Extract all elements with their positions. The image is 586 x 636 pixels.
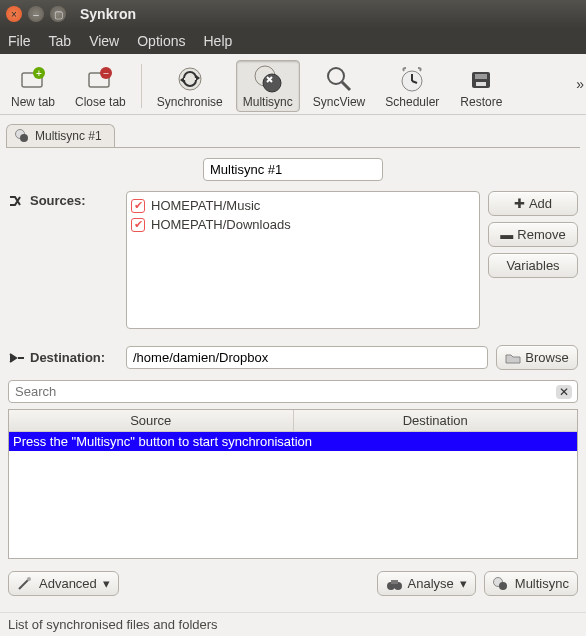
toolbar-separator [141, 64, 142, 108]
toolbar: + New tab – Close tab Synchronise Multis… [0, 54, 586, 115]
svg-point-27 [499, 582, 507, 590]
toolbar-label: SyncView [313, 95, 365, 109]
chevron-down-icon: ▾ [460, 576, 467, 591]
source-item[interactable]: ✔ HOMEPATH/Music [131, 196, 475, 215]
toolbar-label: Multisync [243, 95, 293, 109]
sources-label: Sources: [8, 191, 118, 208]
menu-tab[interactable]: Tab [49, 33, 72, 49]
folder-icon [505, 352, 521, 364]
remove-button[interactable]: ▬ Remove [488, 222, 578, 247]
browse-label: Browse [525, 350, 568, 365]
tab-label: Multisync #1 [35, 129, 102, 143]
toolbar-label: Synchronise [157, 95, 223, 109]
results-table[interactable]: Source Destination Press the "Multisync"… [8, 409, 578, 559]
destination-label-text: Destination: [30, 350, 105, 365]
status-bar: List of synchronised files and folders [0, 612, 586, 636]
table-hint: Press the "Multisync" button to start sy… [13, 434, 312, 449]
close-tab-icon: – [84, 63, 116, 95]
restore-icon [465, 63, 497, 95]
advanced-label: Advanced [39, 576, 97, 591]
table-row[interactable]: Press the "Multisync" button to start sy… [9, 432, 577, 451]
destination-input[interactable] [126, 346, 488, 369]
menubar: File Tab View Options Help [0, 28, 586, 54]
toolbar-label: Close tab [75, 95, 126, 109]
source-path: HOMEPATH/Downloads [151, 217, 291, 232]
svg-text:–: – [104, 68, 109, 78]
tab-multisync-1[interactable]: Multisync #1 [6, 124, 115, 147]
menu-file[interactable]: File [8, 33, 31, 49]
destination-label: Destination: [8, 350, 118, 365]
svg-point-20 [20, 134, 28, 142]
table-header: Source Destination [9, 410, 577, 432]
svg-text:+: + [36, 68, 42, 79]
titlebar: × – ▢ Synkron [0, 0, 586, 28]
column-source[interactable]: Source [9, 410, 294, 431]
analyse-label: Analyse [408, 576, 454, 591]
multisync-tab-icon [15, 129, 29, 143]
syncview-icon [323, 63, 355, 95]
search-input[interactable] [8, 380, 578, 403]
analyse-button[interactable]: Analyse ▾ [377, 571, 476, 596]
scheduler-icon [396, 63, 428, 95]
toolbar-label: New tab [11, 95, 55, 109]
toolbar-scheduler[interactable]: Scheduler [378, 60, 446, 112]
variables-button[interactable]: Variables [488, 253, 578, 278]
menu-view[interactable]: View [89, 33, 119, 49]
sources-list[interactable]: ✔ HOMEPATH/Music ✔ HOMEPATH/Downloads [126, 191, 480, 329]
svg-point-10 [263, 74, 281, 92]
browse-button[interactable]: Browse [496, 345, 578, 370]
svg-point-11 [328, 68, 344, 84]
remove-label: Remove [517, 227, 565, 242]
chevron-down-icon: ▾ [103, 576, 110, 591]
variables-label: Variables [506, 258, 559, 273]
svg-rect-17 [476, 82, 486, 86]
svg-line-12 [342, 82, 350, 90]
toolbar-synchronise[interactable]: Synchronise [150, 60, 230, 112]
sources-label-text: Sources: [30, 193, 86, 208]
advanced-button[interactable]: Advanced ▾ [8, 571, 119, 596]
menu-help[interactable]: Help [203, 33, 232, 49]
minus-icon: ▬ [500, 227, 513, 242]
source-item[interactable]: ✔ HOMEPATH/Downloads [131, 215, 475, 234]
sources-icon [8, 194, 26, 208]
add-label: Add [529, 196, 552, 211]
wand-icon [17, 577, 33, 591]
toolbar-label: Restore [460, 95, 502, 109]
toolbar-multisync[interactable]: Multisync [236, 60, 300, 112]
toolbar-close-tab[interactable]: – Close tab [68, 60, 133, 112]
checkbox-icon[interactable]: ✔ [131, 218, 145, 232]
toolbar-syncview[interactable]: SyncView [306, 60, 372, 112]
multisync-label: Multisync [515, 576, 569, 591]
plus-icon: ✚ [514, 196, 525, 211]
window-minimize-button[interactable]: – [28, 6, 44, 22]
source-path: HOMEPATH/Music [151, 198, 260, 213]
new-tab-icon: + [17, 63, 49, 95]
multisync-button[interactable]: Multisync [484, 571, 578, 596]
toolbar-new-tab[interactable]: + New tab [4, 60, 62, 112]
svg-rect-18 [475, 74, 487, 79]
destination-icon [8, 351, 26, 365]
add-button[interactable]: ✚ Add [488, 191, 578, 216]
status-text: List of synchronised files and folders [8, 617, 218, 632]
toolbar-label: Scheduler [385, 95, 439, 109]
window-maximize-button[interactable]: ▢ [50, 6, 66, 22]
window-title: Synkron [80, 6, 136, 22]
svg-line-21 [19, 579, 29, 589]
tab-strip: Multisync #1 [0, 115, 586, 147]
column-destination[interactable]: Destination [294, 410, 578, 431]
toolbar-restore[interactable]: Restore [452, 60, 510, 112]
multisync-small-icon [493, 577, 509, 591]
svg-rect-25 [391, 580, 398, 584]
binoculars-icon [386, 577, 402, 591]
checkbox-icon[interactable]: ✔ [131, 199, 145, 213]
sync-name-input[interactable] [203, 158, 383, 181]
svg-point-22 [27, 577, 31, 581]
content-area: Sources: ✔ HOMEPATH/Music ✔ HOMEPATH/Dow… [0, 148, 586, 602]
multisync-icon [252, 63, 284, 95]
menu-options[interactable]: Options [137, 33, 185, 49]
clear-search-icon[interactable]: ✕ [556, 385, 572, 399]
sync-icon [174, 63, 206, 95]
window-close-button[interactable]: × [6, 6, 22, 22]
toolbar-overflow-icon[interactable]: » [576, 76, 584, 92]
